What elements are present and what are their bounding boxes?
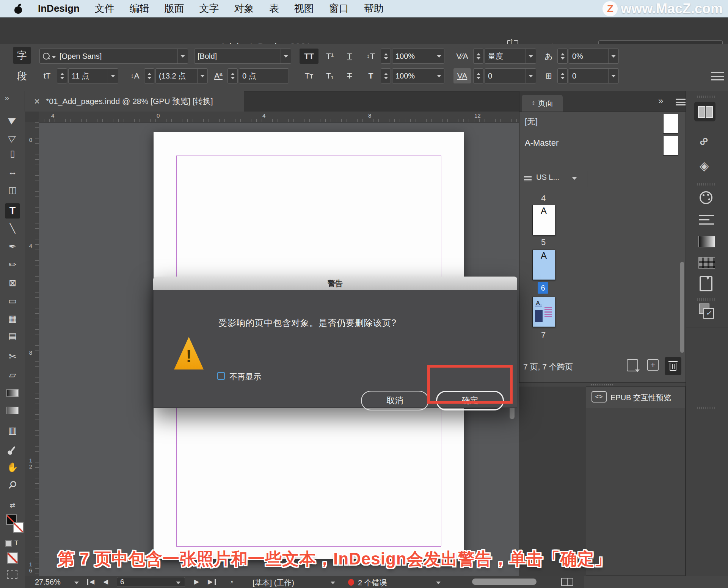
leading-stepper[interactable]	[144, 68, 154, 83]
chevron-down-icon[interactable]	[434, 69, 444, 83]
small-caps-button[interactable]: Tᴛ	[300, 68, 318, 83]
chevron-down-icon[interactable]	[434, 49, 444, 63]
gap-tool[interactable]: ↔	[5, 164, 20, 179]
tracking-field[interactable]: 0	[485, 68, 536, 83]
book-panel-icon[interactable]	[700, 276, 712, 291]
paragraph-mode-button[interactable]: 段	[13, 68, 31, 84]
direct-selection-tool[interactable]: ▷	[2, 127, 23, 148]
panel-collapse-control[interactable]: »	[0, 91, 25, 112]
menu-file[interactable]: 文件	[95, 2, 115, 15]
baseline-stepper[interactable]	[228, 68, 238, 83]
preflight-profile[interactable]: [基本] (工作)	[253, 578, 294, 588]
stroke-swatch[interactable]	[13, 522, 24, 533]
menu-edit[interactable]: 编辑	[130, 2, 149, 15]
delete-page-button[interactable]	[665, 357, 681, 375]
kana-stepper[interactable]	[557, 49, 568, 64]
menu-table[interactable]: 表	[269, 2, 279, 15]
dont-show-checkbox[interactable]	[217, 372, 225, 380]
pages-panel-tab[interactable]: ⇕ 页面	[522, 95, 563, 112]
pages-panel-icon[interactable]	[694, 102, 715, 121]
grid-tool[interactable]: ▦	[5, 311, 20, 326]
chevron-down-icon[interactable]	[108, 69, 118, 83]
kerning-field[interactable]: 量度	[485, 49, 536, 64]
vertical-ruler[interactable]: 0 4 8 12 16	[25, 122, 39, 576]
menu-help[interactable]: 帮助	[364, 2, 384, 15]
grid-count-field[interactable]: 0	[569, 68, 619, 83]
paragraph-styles-panel-icon[interactable]	[699, 215, 714, 225]
page-7-thumbnail[interactable]: A	[532, 297, 555, 327]
kana-percent-field[interactable]: 0%	[569, 49, 619, 64]
font-size-stepper[interactable]	[57, 68, 67, 83]
vertical-scale-field[interactable]: 100%	[392, 49, 444, 64]
strikethrough-button[interactable]: T	[341, 68, 358, 83]
first-page-button[interactable]: ◀	[89, 578, 94, 586]
pen-tool[interactable]: ✒	[5, 239, 20, 254]
scissors-tool[interactable]: ✂	[5, 349, 20, 364]
font-family-select[interactable]: [Open Sans]	[39, 49, 188, 64]
preflight-panel-icon[interactable]: ✓	[699, 303, 714, 317]
dock-grip[interactable]	[697, 298, 715, 301]
chevron-down-icon[interactable]	[177, 49, 188, 63]
chevron-down-icon[interactable]	[526, 69, 536, 83]
next-page-button[interactable]: ▶	[194, 578, 199, 586]
menu-object[interactable]: 对象	[234, 2, 254, 15]
superscript-button[interactable]: T¹	[322, 49, 338, 64]
zoom-tool[interactable]: ⚲	[2, 474, 24, 496]
horizontal-ruler[interactable]: 4 0 4 8 12	[39, 112, 519, 123]
note-tool[interactable]: ▥	[5, 423, 20, 438]
page-size-preset[interactable]: US L...	[536, 173, 559, 182]
chevron-down-icon[interactable]	[608, 49, 618, 63]
eyedropper-tool[interactable]	[5, 442, 20, 457]
swap-fill-stroke-icon[interactable]: ⇄	[5, 498, 20, 513]
chevron-down-icon[interactable]	[281, 49, 291, 63]
panel-menu-icon[interactable]	[676, 99, 686, 105]
page-transitions-icon[interactable]	[627, 359, 638, 371]
free-transform-tool[interactable]: ▱	[5, 367, 20, 382]
gradient-tool[interactable]	[5, 385, 20, 401]
apple-menu-icon[interactable]	[14, 4, 23, 14]
formatting-affects-container-icon[interactable]	[5, 540, 12, 547]
chevron-down-icon[interactable]	[608, 69, 618, 83]
menu-view[interactable]: 视图	[294, 2, 314, 15]
horizontal-scale-field[interactable]: 100%	[392, 68, 444, 83]
dont-show-label[interactable]: 不再显示	[229, 371, 261, 382]
underline-button[interactable]: T	[341, 49, 358, 64]
table-tool[interactable]: ▤	[5, 329, 20, 344]
apply-none-button[interactable]	[7, 552, 18, 564]
horizontal-scale-stepper[interactable]	[381, 68, 391, 83]
menu-layout[interactable]: 版面	[165, 2, 184, 15]
last-page-button[interactable]	[215, 579, 216, 585]
leading-field[interactable]: (13.2 点	[155, 68, 208, 83]
subscript-button[interactable]: T₁	[322, 68, 338, 83]
chevron-down-icon[interactable]	[436, 582, 441, 584]
menu-type[interactable]: 文字	[199, 2, 219, 15]
dock-grip[interactable]	[697, 183, 715, 186]
preflight-icon[interactable]: ◔	[229, 578, 234, 586]
page-7-label[interactable]: 7	[532, 330, 554, 340]
type-tool[interactable]: T	[5, 203, 20, 219]
page-5-label[interactable]: 5	[532, 237, 554, 247]
cancel-button[interactable]: 取消	[361, 391, 429, 410]
panel-expand-icon[interactable]: »	[658, 96, 663, 106]
page-5-thumbnail[interactable]: A	[532, 205, 555, 235]
chevron-down-icon[interactable]	[526, 49, 536, 63]
character-mode-button[interactable]: 字	[13, 47, 31, 64]
pencil-tool[interactable]: ✏	[5, 257, 20, 272]
frame-tool[interactable]: ⊠	[5, 275, 20, 291]
chevron-down-icon[interactable]	[197, 69, 207, 83]
font-size-field[interactable]: 11 点	[68, 68, 118, 83]
gradient-panel-icon[interactable]	[698, 236, 715, 247]
master-none-thumbnail[interactable]	[663, 114, 678, 134]
links-panel-icon[interactable]: ∞	[695, 132, 712, 149]
page-6-thumbnail-selected[interactable]: A	[532, 250, 555, 280]
create-new-page-button[interactable]: +	[647, 359, 659, 371]
selection-tool[interactable]: ▶	[2, 109, 23, 129]
last-page-button[interactable]: ▶	[208, 578, 213, 586]
all-caps-button[interactable]: TT	[300, 49, 318, 64]
layers-panel-icon[interactable]: ◈	[700, 159, 709, 173]
epub-panel-header[interactable]: <> EPUB 交互性预览	[586, 387, 685, 408]
grid-stepper[interactable]	[557, 68, 568, 83]
vertical-scale-stepper[interactable]	[381, 49, 391, 64]
chevron-down-icon[interactable]	[331, 582, 335, 584]
line-tool[interactable]: ╲	[5, 221, 20, 236]
